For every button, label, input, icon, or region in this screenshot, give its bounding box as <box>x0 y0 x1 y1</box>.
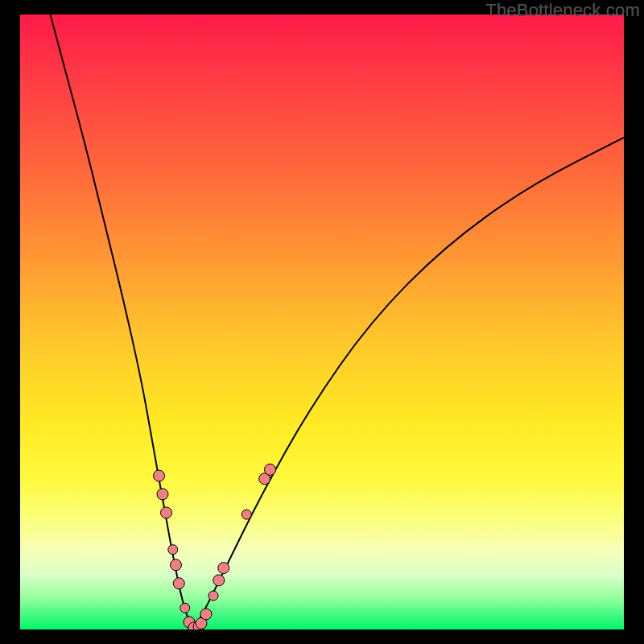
data-marker <box>154 470 165 481</box>
data-marker <box>200 609 212 620</box>
data-marker <box>161 507 172 518</box>
data-marker <box>208 591 218 601</box>
data-marker <box>171 559 182 571</box>
data-marker <box>265 464 276 475</box>
chart-svg <box>20 14 624 630</box>
data-marker <box>218 563 229 574</box>
watermark-text: TheBottleneck.com <box>485 0 640 21</box>
data-marker <box>180 603 190 613</box>
data-marker <box>173 578 184 589</box>
chart-frame: TheBottleneck.com <box>0 0 644 644</box>
bottleneck-curve <box>51 14 625 625</box>
data-marker <box>168 545 178 555</box>
data-marker <box>213 575 225 586</box>
data-markers <box>154 464 276 630</box>
data-marker <box>157 489 168 500</box>
data-marker <box>242 510 251 519</box>
